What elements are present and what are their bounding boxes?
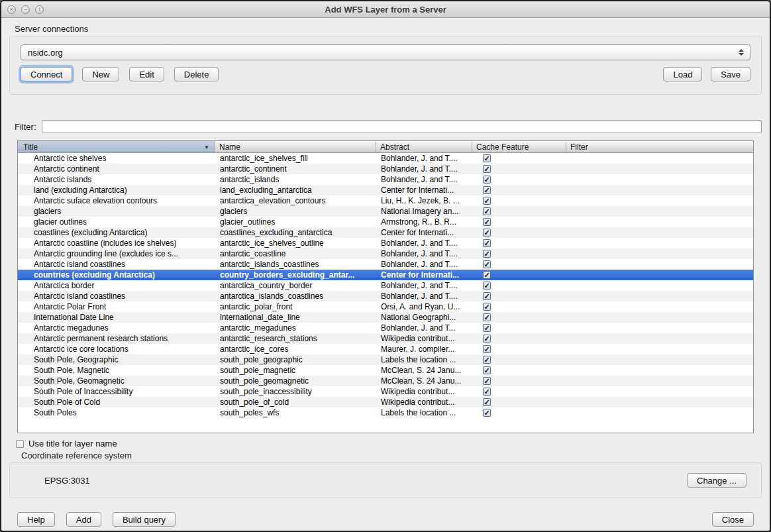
build-query-button[interactable]: Build query xyxy=(113,512,176,527)
cell-title: Antarctic island coastlines xyxy=(18,291,215,301)
cache-feature-checkbox[interactable]: ✓ xyxy=(483,303,491,311)
connect-button[interactable]: Connect xyxy=(21,67,72,81)
cell-cache: ✓ xyxy=(472,206,566,217)
cache-feature-checkbox[interactable]: ✓ xyxy=(483,398,491,406)
table-row[interactable]: South Pole of Inaccessibility south_pole… xyxy=(18,386,753,397)
cache-feature-checkbox[interactable]: ✓ xyxy=(483,377,491,385)
table-row[interactable]: Antarctic Polar Front antarctic_polar_fr… xyxy=(18,301,753,312)
table-row[interactable]: Antarctic island coastlines antarctica_i… xyxy=(18,291,753,301)
minimize-window-button[interactable]: − xyxy=(21,5,30,14)
cache-feature-checkbox[interactable]: ✓ xyxy=(483,324,491,332)
cache-feature-checkbox[interactable]: ✓ xyxy=(483,250,491,258)
table-row[interactable]: South Pole, Geographic south_pole_geogra… xyxy=(18,354,753,365)
table-row[interactable]: Antarctic ice core locations antarctic_i… xyxy=(18,344,753,354)
save-button[interactable]: Save xyxy=(711,67,750,81)
table-row[interactable]: coastlines (excluding Antarctica) coastl… xyxy=(18,227,753,238)
table-row[interactable]: Antarctic megadunes antarctic_megadunes … xyxy=(18,323,753,333)
cache-feature-checkbox[interactable]: ✓ xyxy=(483,388,491,396)
cell-name: south_pole_magnetic xyxy=(215,365,376,376)
help-button[interactable]: Help xyxy=(17,512,55,527)
cell-cache: ✓ xyxy=(472,227,566,238)
cell-abstract: McClean, S. 24 Janu... xyxy=(376,376,472,386)
cell-title: land (excluding Antarctica) xyxy=(18,185,215,195)
cell-name: south_pole_geographic xyxy=(215,354,376,365)
change-crs-button[interactable]: Change ... xyxy=(687,473,746,488)
table-row[interactable]: glaciers glaciers National Imagery an...… xyxy=(18,206,753,217)
cache-feature-checkbox[interactable]: ✓ xyxy=(483,165,491,173)
cell-name: antarctica_elevation_contours xyxy=(215,195,376,206)
cell-title: South Poles xyxy=(18,407,215,418)
table-row[interactable]: South Poles south_poles_wfs Labels the l… xyxy=(18,407,753,418)
cache-feature-checkbox[interactable]: ✓ xyxy=(483,239,491,247)
table-row[interactable]: Antarctic island coastlines antarctic_is… xyxy=(18,259,753,270)
table-row[interactable]: Antarctic coastline (includes ice shelve… xyxy=(18,238,753,248)
column-header-name[interactable]: Name xyxy=(215,141,376,152)
cache-feature-checkbox[interactable]: ✓ xyxy=(483,229,491,237)
cache-feature-checkbox[interactable]: ✓ xyxy=(483,282,491,290)
use-title-label: Use title for layer name xyxy=(28,439,117,449)
cache-feature-checkbox[interactable]: ✓ xyxy=(483,260,491,268)
load-button[interactable]: Load xyxy=(663,67,702,81)
cache-feature-checkbox[interactable]: ✓ xyxy=(483,207,491,215)
cell-name: antarctic_coastline xyxy=(215,248,376,259)
cache-feature-checkbox[interactable]: ✓ xyxy=(483,176,491,184)
cache-feature-checkbox[interactable]: ✓ xyxy=(483,366,491,374)
table-row[interactable]: South Pole, Magnetic south_pole_magnetic… xyxy=(18,365,753,376)
cache-feature-checkbox[interactable]: ✓ xyxy=(483,335,491,343)
cell-name: antarctic_ice_cores xyxy=(215,344,376,354)
cache-feature-checkbox[interactable]: ✓ xyxy=(483,218,491,226)
crs-value: EPSG:3031 xyxy=(44,476,90,486)
cell-filter xyxy=(566,397,753,407)
add-button[interactable]: Add xyxy=(66,512,101,527)
table-row[interactable]: Antarctic permanent research stations an… xyxy=(18,333,753,344)
cell-name: antarctic_megadunes xyxy=(215,323,376,333)
use-title-checkbox[interactable] xyxy=(16,440,24,448)
table-row[interactable]: Antarctic islands antarctic_islands Bohl… xyxy=(18,174,753,185)
table-row[interactable]: South Pole of Cold south_pole_of_cold Wi… xyxy=(18,397,753,407)
cache-feature-checkbox[interactable]: ✓ xyxy=(483,271,491,279)
cell-cache: ✓ xyxy=(472,312,566,323)
column-header-title[interactable]: Title ▼ xyxy=(18,141,215,152)
cache-feature-checkbox[interactable]: ✓ xyxy=(483,292,491,300)
cell-title: Antarctic permanent research stations xyxy=(18,333,215,344)
server-connections-label: Server connections xyxy=(15,24,762,34)
table-row[interactable]: Antarctic suface elevation contours anta… xyxy=(18,195,753,206)
column-header-cache-feature-label: Cache Feature xyxy=(476,142,529,152)
cell-filter xyxy=(566,227,753,238)
cell-cache: ✓ xyxy=(472,386,566,397)
cache-feature-checkbox[interactable]: ✓ xyxy=(483,409,491,417)
new-button[interactable]: New xyxy=(82,67,119,81)
cell-cache: ✓ xyxy=(472,323,566,333)
zoom-window-button[interactable]: + xyxy=(35,5,44,14)
server-select[interactable]: nsidc.org xyxy=(21,44,750,60)
filter-input[interactable] xyxy=(42,120,762,133)
cell-abstract: Bohlander, J. and T... xyxy=(376,323,472,333)
cell-name: antarctic_ice_shelves_outline xyxy=(215,238,376,248)
cache-feature-checkbox[interactable]: ✓ xyxy=(483,197,491,205)
close-window-button[interactable]: × xyxy=(7,5,16,14)
cache-feature-checkbox[interactable]: ✓ xyxy=(483,313,491,321)
cell-cache: ✓ xyxy=(472,280,566,291)
delete-button[interactable]: Delete xyxy=(174,67,219,81)
cell-name: coastlines_excluding_antarctica xyxy=(215,227,376,238)
table-row[interactable]: land (excluding Antarctica) land_excludi… xyxy=(18,185,753,195)
cache-feature-checkbox[interactable]: ✓ xyxy=(483,356,491,364)
cache-feature-checkbox[interactable]: ✓ xyxy=(483,154,491,162)
table-row[interactable]: countries (excluding Antarctica) country… xyxy=(18,270,753,280)
table-row[interactable]: glacier outlines glacier_outlines Armstr… xyxy=(18,217,753,227)
close-button[interactable]: Close xyxy=(712,512,754,527)
column-header-cache-feature[interactable]: Cache Feature xyxy=(472,141,566,152)
table-row[interactable]: South Pole, Geomagnetic south_pole_geoma… xyxy=(18,376,753,386)
title-bar[interactable]: × − + Add WFS Layer from a Server xyxy=(1,1,770,18)
edit-button[interactable]: Edit xyxy=(129,67,164,81)
table-row[interactable]: Antarctic grounding line (excludes ice s… xyxy=(18,248,753,259)
column-header-abstract[interactable]: Abstract xyxy=(376,141,472,152)
cache-feature-checkbox[interactable]: ✓ xyxy=(483,186,491,194)
cache-feature-checkbox[interactable]: ✓ xyxy=(483,345,491,353)
cell-name: south_pole_of_cold xyxy=(215,397,376,407)
table-row[interactable]: Antarctica border antarctica_country_bor… xyxy=(18,280,753,291)
column-header-filter[interactable]: Filter xyxy=(566,141,753,152)
table-row[interactable]: International Date Line international_da… xyxy=(18,312,753,323)
table-row[interactable]: Antarctic continent antarctic_continent … xyxy=(18,164,753,174)
table-row[interactable]: Antarctic ice shelves antarctic_ice_shel… xyxy=(18,153,753,164)
